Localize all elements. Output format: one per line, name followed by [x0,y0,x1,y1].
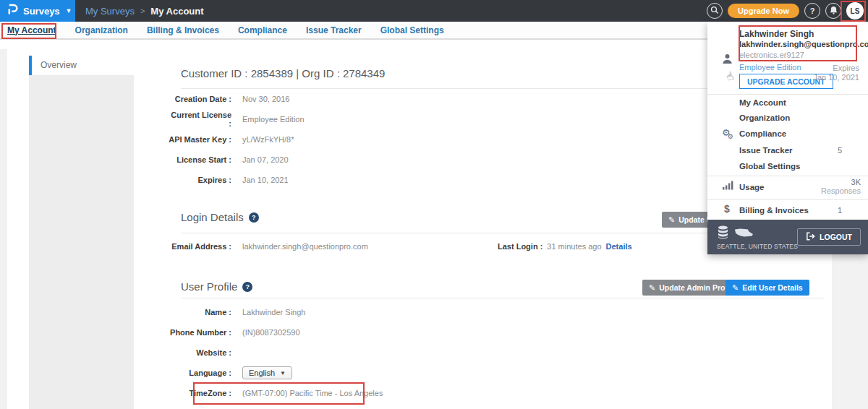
search-button[interactable] [707,3,723,19]
field-name: Name : Lakhwinder Singh [166,302,383,322]
menu-label: Global Settings [739,162,800,171]
menu-label: Issue Tracker [739,146,793,155]
help-circle-icon[interactable]: ? [249,212,259,223]
button-label: Edit User Details [742,283,802,292]
details-link[interactable]: Details [606,242,632,251]
expires-label: Expires [813,64,859,73]
help-circle-icon[interactable]: ? [242,282,252,292]
field-phone-number: Phone Number : (IN)8087302590 [166,322,383,343]
billing-count: 1 [838,206,842,215]
breadcrumb-separator: > [140,7,145,15]
last-login-value: 31 minutes ago [547,242,601,251]
edit-icon: ✎ [668,215,675,225]
edit-user-details-button[interactable]: ✎ Edit User Details [726,280,809,296]
field-label: Name : [166,308,231,317]
dropdown-username: electronics.er9127 [739,51,804,59]
usage-count-unit: Responses [821,186,861,195]
tab-global-settings[interactable]: Global Settings [371,25,454,35]
tab-organization[interactable]: Organization [66,25,137,35]
section-heading: User Profile [181,280,237,293]
database-icon [718,225,728,242]
button-label: LOGOUT [820,233,852,241]
divider [707,176,868,176]
menu-billing-invoices[interactable]: Billing & Invoices [739,202,862,218]
datacenter-location: SEATTLE, UNITED STATES [717,243,798,250]
logout-button[interactable]: LOGOUT [797,228,861,246]
bar-chart-icon [723,180,733,193]
tab-compliance[interactable]: Compliance [229,25,297,35]
last-login: Last Login : 31 minutes ago Details [498,242,632,251]
field-current-license: Current License : Employee Edition [166,109,305,129]
edit-icon: ✎ [732,283,739,293]
chevron-down-icon: ▼ [280,370,286,376]
tab-issue-tracker[interactable]: Issue Tracker [297,25,371,35]
field-value: Lakhwinder Singh [242,308,305,317]
divider [707,199,868,200]
field-value: Nov 30, 2016 [242,95,289,103]
field-value: lakhwinder.singh@questionpro.com [242,242,368,251]
field-label: API Master Key : [166,135,231,144]
edition-link[interactable]: Employee Edition [739,63,801,72]
issue-tracker-count: 5 [838,146,842,155]
user-avatar[interactable]: LS [846,2,864,20]
language-select[interactable]: English ▼ [242,366,292,379]
user-dropdown-panel: ☝ Lakhwinder Singh lakhwinder.singh@ques… [707,22,868,254]
dropdown-user-email: lakhwinder.singh@questionpro.com [739,40,868,48]
menu-label: Compliance [739,129,786,138]
field-timezone: TimeZone : (GMT-07:00) Pacific Time - Lo… [166,383,383,403]
dropdown-footer: SEATTLE, UNITED STATES LOGOUT [707,220,868,254]
breadcrumb-current: My Account [150,6,203,17]
field-label: Expires : [166,176,231,184]
field-value: Jan 10, 2021 [242,176,289,184]
menu-issue-tracker[interactable]: Issue Tracker [739,142,862,158]
notifications-button[interactable] [825,3,841,19]
login-details-title: Login Details ? [181,211,259,223]
field-website: Website : [166,343,383,363]
edit-icon: ✎ [649,283,655,293]
user-profile-fields: Name : Lakhwinder Singh Phone Number : (… [166,302,383,403]
field-label: Current License : [166,111,231,128]
hand-cursor-icon: ☝ [724,69,735,84]
field-label: Phone Number : [166,328,231,337]
customer-org-id: Customer ID : 2854389 | Org ID : 2784349 [181,67,385,79]
left-gutter [0,49,7,409]
tab-billing-invoices[interactable]: Billing & Invoices [137,25,229,35]
product-switcher[interactable]: Surveys ▼ [0,0,75,22]
sidebar-item-overview[interactable]: Overview [29,56,134,75]
menu-label: Organization [739,113,790,122]
field-value: Jan 07, 2020 [242,155,289,164]
field-api-master-key: API Master Key : yL/WzFkYH/8* [166,129,305,150]
field-label: Website : [166,348,231,357]
field-creation-date: Creation Date : Nov 30, 2016 [166,89,305,109]
usa-map-icon [734,227,754,241]
menu-label: Billing & Invoices [739,206,809,215]
usage-count: 3K Responses [821,178,861,195]
field-label: Email Address : [166,242,231,251]
field-value: (GMT-07:00) Pacific Time - Los Angeles [242,389,383,397]
logout-icon [806,232,815,242]
account-fields: Creation Date : Nov 30, 2016 Current Lic… [166,89,305,190]
usage-count-value: 3K [821,178,861,186]
search-icon [710,6,719,16]
divider [181,298,825,298]
expires-info: Expires Jan 10, 2021 [813,64,859,82]
help-button[interactable]: ? [804,3,820,19]
breadcrumb: My Surveys > My Account [85,0,204,22]
menu-organization[interactable]: Organization [739,110,862,126]
tab-my-account[interactable]: My Account [0,25,66,35]
page-title: Customer ID : 2854389 | Org ID : 2784349 [181,67,385,79]
upgrade-now-button[interactable]: Upgrade Now [728,4,799,18]
language-select-wrap: English ▼ [242,366,292,379]
menu-global-settings[interactable]: Global Settings [739,158,862,174]
bell-icon [830,6,838,16]
field-expires: Expires : Jan 10, 2021 [166,170,305,190]
user-profile-title: User Profile ? [181,280,252,293]
menu-compliance[interactable]: Compliance [739,126,862,142]
menu-my-account[interactable]: My Account [739,95,862,111]
dollar-icon: $ [724,203,730,215]
last-login-label: Last Login : [498,242,542,251]
field-language: Language : English ▼ [166,363,383,383]
button-label: Update Admin Profile [659,283,736,292]
breadcrumb-my-surveys[interactable]: My Surveys [85,6,135,17]
chevron-down-icon: ▼ [66,7,72,14]
